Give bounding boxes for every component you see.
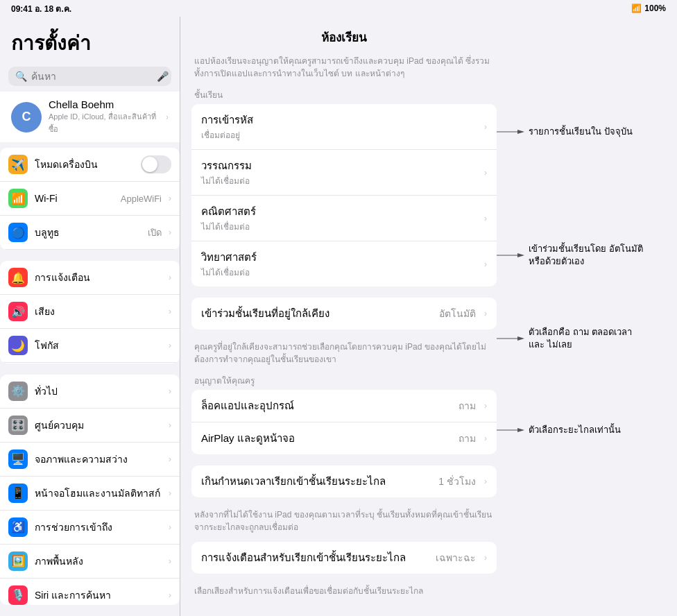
wifi-label: Wi-Fi: [35, 193, 114, 204]
user-info: Chella Boehm Apple ID, iCloud, สื่อและสิ…: [49, 99, 159, 135]
controlcenter-chevron-icon: ›: [169, 420, 171, 430]
remote-notification-value: เฉพาะฉะ: [436, 550, 476, 565]
bluetooth-label: บลูทูธ: [35, 225, 141, 240]
class-row-2[interactable]: วรรณกรรม ไม่ได้เชื่อมต่อ ›: [191, 150, 497, 196]
permissions-section-label: อนุญาตให้คุณครู: [194, 374, 494, 387]
sidebar-item-general[interactable]: ⚙️ ทั่วไป ›: [0, 375, 180, 409]
remote-notification-label: การแจ้งเตือนสำหรับเรียกเข้าชั้นเรียนระยะ…: [201, 549, 430, 566]
wallpaper-icon: 🖼️: [8, 551, 28, 571]
accessibility-chevron-icon: ›: [169, 522, 171, 532]
remote-notification-row[interactable]: การแจ้งเตือนสำหรับเรียกเข้าชั้นเรียนระยะ…: [191, 542, 497, 574]
sidebar-section-2: 🔔 การแจ้งเตือน › 🔊 เสียง › 🌙 โฟกัส › ⏱ เ…: [0, 261, 180, 363]
content-area: ห้องเรียน แอปห้องเรียนจะอนุญาตให้คุณครูส…: [180, 17, 677, 616]
sidebar-item-wifi[interactable]: 📶 Wi-Fi AppleWiFi ›: [0, 182, 180, 216]
remote-timeout-desc: หลังจากที่ไม่ได้ใช้งาน iPad ของคุณตามเวล…: [191, 508, 497, 533]
join-nearby-row[interactable]: เข้าร่วมชั้นเรียนที่อยู่ใกล้เคียง อัตโนม…: [191, 298, 497, 330]
content-description: แอปห้องเรียนจะอนุญาตให้คุณครูสามารถเข้าถ…: [191, 55, 497, 80]
focus-icon: 🌙: [8, 336, 28, 355]
search-icon: 🔍: [15, 71, 27, 82]
sidebar-item-bluetooth[interactable]: 🔵 บลูทูธ เปิด ›: [0, 216, 180, 250]
airplane-label: โหมดเครื่องบิน: [35, 157, 134, 172]
bluetooth-icon: 🔵: [8, 223, 28, 242]
annotations-column: รายการชั้นเรียนใน ปัจจุบัน เข้าร่วมชั้นเ…: [497, 28, 649, 606]
class-row-1[interactable]: การเข้ารหัส เชื่อมต่ออยู่ ›: [191, 104, 497, 150]
remote-timeout-section: เกินกำหนดเวลาเรียกเข้าชั้นเรียนระยะไกล 1…: [191, 465, 497, 497]
controlcenter-icon: 🎛️: [8, 416, 28, 435]
controlcenter-label: ศูนย์ควบคุม: [35, 418, 162, 433]
class-chevron-icon-3: ›: [484, 214, 487, 223]
homescreen-icon: 📱: [8, 484, 28, 503]
join-nearby-desc: คุณครูที่อยู่ใกล้เคียงจะสามารถช่วยเลือกค…: [191, 341, 497, 366]
annotation-line-1: [497, 125, 524, 139]
annotation-line-4: [497, 423, 524, 437]
class-row-4[interactable]: วิทยาศาสตร์ ไม่ได้เชื่อมต่อ ›: [191, 241, 497, 286]
classes-section-label: ชั้นเรียน: [194, 88, 494, 101]
class-subtitle-2: ไม่ได้เชื่อมต่อ: [201, 174, 476, 187]
siri-chevron-icon: ›: [169, 590, 171, 600]
sidebar-item-focus[interactable]: 🌙 โฟกัส ›: [0, 329, 180, 363]
svg-marker-7: [517, 428, 524, 432]
general-chevron-icon: ›: [169, 386, 171, 396]
remote-notification-section: การแจ้งเตือนสำหรับเรียกเข้าชั้นเรียนระยะ…: [191, 542, 497, 574]
mic-icon: 🎤: [157, 71, 169, 82]
sidebar-item-display[interactable]: 🖥️ จอภาพและความสว่าง ›: [0, 443, 180, 477]
sidebar-item-siri[interactable]: 🎙️ Siri และการค้นหา ›: [0, 579, 180, 605]
user-chevron-icon: ›: [166, 112, 169, 122]
search-bar[interactable]: 🔍 🎤: [8, 67, 171, 86]
permission-label-2: AirPlay และดูหน้าจอ: [201, 430, 453, 447]
permission-row-1[interactable]: ล็อคแอปและอุปกรณ์ ถาม ›: [191, 390, 497, 422]
notifications-icon: 🔔: [8, 268, 28, 287]
annotation-permission-options: ตัวเลือกคือ ถาม ตลอดเวลา และ ไม่เลย: [497, 326, 649, 351]
permissions-section: ล็อคแอปและอุปกรณ์ ถาม › AirPlay และดูหน้…: [191, 390, 497, 454]
bluetooth-chevron-icon: ›: [169, 228, 171, 237]
wallpaper-label: ภาพพื้นหลัง: [35, 554, 162, 569]
permission-row-2[interactable]: AirPlay และดูหน้าจอ ถาม ›: [191, 422, 497, 454]
sidebar-item-controlcenter[interactable]: 🎛️ ศูนย์ควบคุม ›: [0, 409, 180, 443]
svg-marker-1: [517, 130, 524, 134]
content-title: ห้องเรียน: [191, 28, 497, 46]
sidebar-item-notifications[interactable]: 🔔 การแจ้งเตือน ›: [0, 261, 180, 295]
sidebar-item-sound[interactable]: 🔊 เสียง ›: [0, 295, 180, 329]
class-subtitle-3: ไม่ได้เชื่อมต่อ: [201, 220, 476, 233]
sidebar-item-airplane[interactable]: ✈️ โหมดเครื่องบิน: [0, 148, 180, 182]
remote-timeout-row[interactable]: เกินกำหนดเวลาเรียกเข้าชั้นเรียนระยะไกล 1…: [191, 465, 497, 497]
join-nearby-chevron-icon: ›: [484, 309, 487, 318]
annotation-text-join-auto: เข้าร่วมชั้นเรียนโดย อัตโนมัติหรือด้วยตั…: [529, 243, 649, 268]
sidebar-item-accessibility[interactable]: ♿ การช่วยการเข้าถึง ›: [0, 511, 180, 545]
focus-label: โฟกัส: [35, 338, 162, 353]
class-title-4: วิทยาศาสตร์: [201, 249, 476, 266]
remote-notification-chevron-icon: ›: [484, 553, 487, 563]
sidebar-section-3: ⚙️ ทั่วไป › 🎛️ ศูนย์ควบคุม › 🖥️ จอภาพและ…: [0, 375, 180, 605]
general-label: ทั่วไป: [35, 384, 162, 399]
notifications-chevron-icon: ›: [169, 273, 171, 282]
airplane-icon: ✈️: [8, 155, 28, 174]
notifications-label: การแจ้งเตือน: [35, 270, 162, 285]
permission-value-2: ถาม: [459, 431, 476, 446]
sound-label: เสียง: [35, 304, 162, 319]
annotation-current-classes: รายการชั้นเรียนใน ปัจจุบัน: [497, 125, 633, 139]
airplane-toggle[interactable]: [141, 155, 171, 173]
user-name: Chella Boehm: [49, 99, 159, 110]
sidebar-item-wallpaper[interactable]: 🖼️ ภาพพื้นหลัง ›: [0, 545, 180, 579]
main-layout: การตั้งค่า 🔍 🎤 C Chella Boehm Apple ID, …: [0, 17, 677, 616]
permission-chevron-icon-2: ›: [484, 434, 487, 443]
remote-timeout-chevron-icon: ›: [484, 477, 487, 486]
join-nearby-section: เข้าร่วมชั้นเรียนที่อยู่ใกล้เคียง อัตโนม…: [191, 298, 497, 330]
svg-marker-5: [517, 336, 524, 341]
svg-marker-3: [517, 253, 524, 257]
homescreen-label: หน้าจอโฮมและงานมัลติทาสก์: [35, 486, 162, 501]
class-subtitle-1: เชื่อมต่ออยู่: [201, 128, 476, 142]
display-icon: 🖥️: [8, 450, 28, 469]
sidebar: การตั้งค่า 🔍 🎤 C Chella Boehm Apple ID, …: [0, 17, 180, 616]
search-input[interactable]: [31, 71, 153, 82]
class-row-3[interactable]: คณิตศาสตร์ ไม่ได้เชื่อมต่อ ›: [191, 196, 497, 241]
sidebar-item-homescreen[interactable]: 📱 หน้าจอโฮมและงานมัลติทาสก์ ›: [0, 477, 180, 511]
user-subtitle: Apple ID, iCloud, สื่อและสินค้าที่ซื้อ: [49, 110, 159, 135]
classes-section: การเข้ารหัส เชื่อมต่ออยู่ › วรรณกรรม ไม่…: [191, 104, 497, 286]
general-icon: ⚙️: [8, 382, 28, 401]
sidebar-section-1: ✈️ โหมดเครื่องบิน 📶 Wi-Fi AppleWiFi › 🔵 …: [0, 148, 180, 250]
user-profile[interactable]: C Chella Boehm Apple ID, iCloud, สื่อและ…: [0, 92, 180, 142]
class-title-3: คณิตศาสตร์: [201, 203, 476, 220]
annotation-line-2: [497, 248, 524, 262]
permission-chevron-icon-1: ›: [484, 401, 487, 411]
